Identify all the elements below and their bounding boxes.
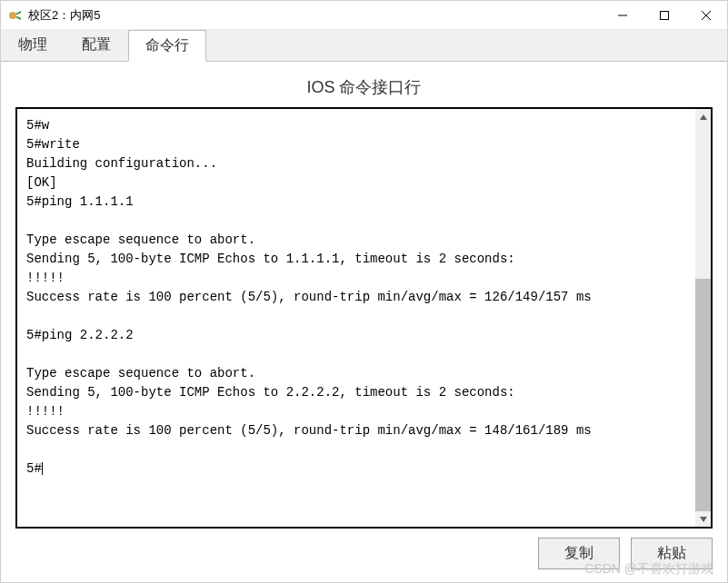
minimize-button[interactable]: [602, 1, 643, 29]
paste-button[interactable]: 粘贴: [631, 538, 713, 569]
svg-marker-5: [700, 114, 707, 120]
svg-marker-6: [700, 517, 707, 522]
content-area: IOS 命令接口行 5#w 5#write Building configura…: [1, 61, 727, 582]
window-controls: [602, 1, 727, 29]
tab-bar: 物理 配置 命令行: [1, 30, 727, 61]
scroll-thumb[interactable]: [695, 279, 711, 511]
scroll-up-arrow[interactable]: [695, 109, 711, 124]
svg-point-0: [9, 12, 16, 19]
title-bar: 校区2：内网5: [1, 1, 727, 30]
window-title: 校区2：内网5: [28, 7, 602, 24]
scroll-track[interactable]: [695, 124, 711, 511]
terminal-wrapper: 5#w 5#write Building configuration... [O…: [15, 107, 713, 529]
maximize-button[interactable]: [643, 1, 685, 29]
terminal-cursor: [42, 462, 43, 475]
bottom-buttons: 复制 粘贴: [15, 538, 713, 569]
copy-button[interactable]: 复制: [538, 538, 620, 569]
terminal-output[interactable]: 5#w 5#write Building configuration... [O…: [17, 109, 695, 527]
tab-cli[interactable]: 命令行: [128, 30, 206, 62]
content-title: IOS 命令接口行: [15, 76, 713, 98]
close-button[interactable]: [685, 1, 727, 29]
app-icon: [8, 8, 23, 23]
terminal-text: 5#w 5#write Building configuration... [O…: [26, 118, 592, 476]
scroll-down-arrow[interactable]: [695, 511, 711, 527]
tab-config[interactable]: 配置: [65, 29, 128, 61]
scrollbar[interactable]: [695, 109, 711, 527]
tab-physical[interactable]: 物理: [1, 29, 65, 61]
svg-rect-2: [661, 11, 669, 19]
window-frame: 校区2：内网5 物理 配置 命令行 IOS 命令接口行 5#w 5#write …: [0, 0, 728, 583]
